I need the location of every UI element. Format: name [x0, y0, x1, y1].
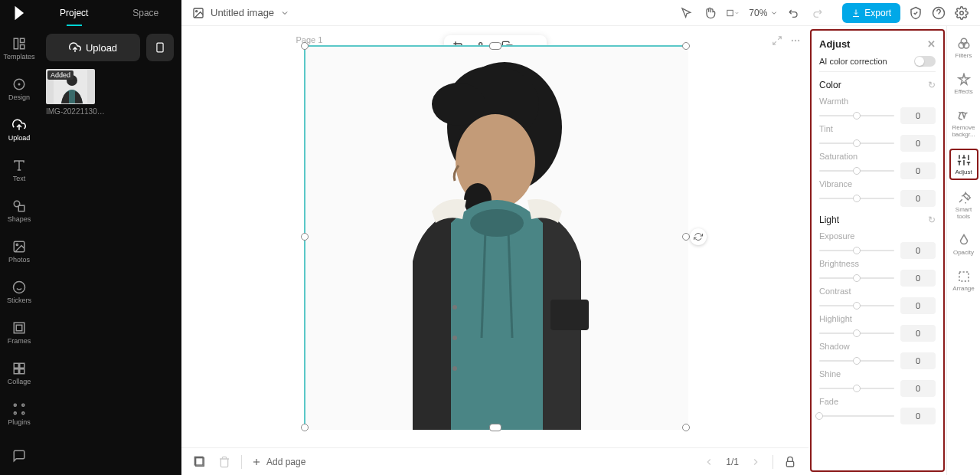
light-slider-label: Shine [819, 369, 936, 378]
color-slider-value[interactable]: 0 [900, 135, 936, 152]
svg-rect-18 [20, 363, 24, 368]
resize-handle-bl[interactable] [301, 424, 309, 431]
svg-point-21 [14, 404, 16, 406]
sidebar-item-text[interactable]: Text [0, 156, 38, 185]
close-icon[interactable]: ✕ [927, 38, 936, 50]
lock-icon[interactable] [782, 454, 798, 470]
next-page-button[interactable] [748, 454, 763, 470]
svg-point-14 [14, 282, 25, 293]
reset-color-icon[interactable]: ↻ [928, 80, 936, 90]
svg-point-46 [452, 305, 457, 310]
shield-icon[interactable] [908, 5, 923, 21]
tab-space[interactable]: Space [110, 0, 182, 26]
image-icon [192, 7, 204, 19]
rail-remove-bg[interactable]: Remove backgr... [949, 106, 978, 141]
canvas[interactable]: Page 1 [181, 26, 808, 447]
trash-icon[interactable] [217, 454, 232, 470]
resize-handle-br[interactable] [682, 424, 690, 431]
adjust-title: Adjust [819, 38, 850, 50]
sidebar-item-plugins[interactable]: Plugins [0, 399, 38, 429]
sidebar-item-stickers[interactable]: Stickers [0, 277, 38, 307]
svg-point-1 [196, 10, 198, 11]
light-slider-slider[interactable] [819, 415, 894, 417]
layers-icon[interactable] [192, 454, 207, 470]
light-slider-value[interactable]: 0 [900, 325, 936, 342]
light-slider-value[interactable]: 0 [900, 352, 936, 369]
add-page-button[interactable]: Add page [251, 457, 305, 467]
svg-rect-5 [14, 38, 18, 49]
resize-handle-tr[interactable] [682, 42, 690, 50]
rail-opacity[interactable]: Opacity [949, 231, 978, 259]
color-slider-slider[interactable] [819, 142, 894, 144]
resize-handle-ml[interactable] [301, 233, 309, 241]
light-slider-value[interactable]: 0 [900, 270, 936, 287]
app-logo[interactable] [0, 0, 38, 26]
export-button[interactable]: Export [842, 3, 900, 23]
light-slider-slider[interactable] [819, 360, 894, 362]
prev-page-button[interactable] [701, 454, 717, 470]
uploaded-asset[interactable]: Added IMG-20221130-WA0... [46, 69, 174, 116]
resize-handle-tl[interactable] [301, 42, 309, 50]
light-slider-slider[interactable] [819, 388, 894, 389]
sidebar-item-collage[interactable]: Collage [0, 359, 38, 388]
resize-handle-bm[interactable] [489, 424, 501, 431]
undo-button[interactable] [787, 6, 801, 20]
phone-icon [155, 42, 165, 53]
sidebar-item-shapes[interactable]: Shapes [0, 196, 38, 226]
color-slider-slider[interactable] [819, 170, 894, 172]
light-slider-value[interactable]: 0 [900, 297, 936, 314]
svg-point-36 [795, 40, 796, 41]
rail-smart-tools[interactable]: Smart tools [949, 188, 978, 223]
sidebar-item-photos[interactable]: Photos [0, 237, 38, 267]
ai-color-toggle[interactable] [914, 56, 936, 67]
light-slider-slider[interactable] [819, 332, 894, 334]
sidebar-item-templates[interactable]: Templates [0, 34, 38, 64]
canvas-area: Page 1 [181, 26, 808, 475]
reset-light-icon[interactable]: ↻ [928, 215, 936, 225]
color-slider-slider[interactable] [819, 198, 894, 199]
svg-point-48 [452, 366, 457, 371]
gear-icon[interactable] [954, 5, 969, 21]
chevron-down-icon [280, 8, 289, 18]
color-slider-slider[interactable] [819, 115, 894, 116]
svg-rect-20 [20, 369, 24, 374]
color-slider-value[interactable]: 0 [900, 190, 936, 207]
light-slider-slider[interactable] [819, 250, 894, 251]
frame-tool[interactable] [726, 6, 740, 20]
upload-button[interactable]: Upload [46, 34, 140, 61]
zoom-level[interactable]: 70% [749, 8, 778, 18]
tab-project[interactable]: Project [38, 0, 110, 26]
rail-arrange[interactable]: Arrange [949, 267, 978, 295]
sidebar-item-frames[interactable]: Frames [0, 318, 38, 348]
mobile-upload-button[interactable] [146, 34, 174, 61]
page-more-icon[interactable] [790, 35, 801, 49]
resize-handle-mr[interactable] [682, 233, 690, 241]
document-title-area[interactable]: Untitled image [181, 7, 300, 19]
help-icon[interactable] [931, 5, 946, 21]
color-slider-value[interactable]: 0 [900, 162, 936, 179]
sidebar-item-chat[interactable] [0, 446, 38, 466]
reset-transform-button[interactable] [690, 228, 707, 245]
page-actions [772, 35, 801, 49]
rail-adjust[interactable]: Adjust [949, 149, 978, 180]
sidebar-item-upload[interactable]: Upload [0, 115, 38, 145]
pointer-tool[interactable] [680, 6, 694, 20]
svg-point-22 [22, 404, 24, 406]
color-slider-value[interactable]: 0 [900, 107, 936, 124]
color-slider-label: Saturation [819, 152, 936, 161]
selected-image[interactable] [304, 45, 687, 428]
resize-handle-tm[interactable] [489, 42, 501, 50]
svg-rect-53 [786, 461, 793, 467]
light-slider-value[interactable]: 0 [900, 242, 936, 259]
hand-tool[interactable] [703, 6, 717, 20]
light-slider-value[interactable]: 0 [900, 408, 936, 424]
rail-effects[interactable]: Effects [949, 70, 978, 98]
redo-button[interactable] [810, 6, 824, 20]
expand-icon[interactable] [772, 35, 782, 49]
light-slider-value[interactable]: 0 [900, 380, 936, 397]
light-slider-slider[interactable] [819, 277, 894, 279]
rail-filters[interactable]: Filters [949, 34, 978, 62]
document-title: Untitled image [211, 7, 274, 18]
light-slider-slider[interactable] [819, 305, 894, 306]
sidebar-item-design[interactable]: Design [0, 74, 38, 104]
